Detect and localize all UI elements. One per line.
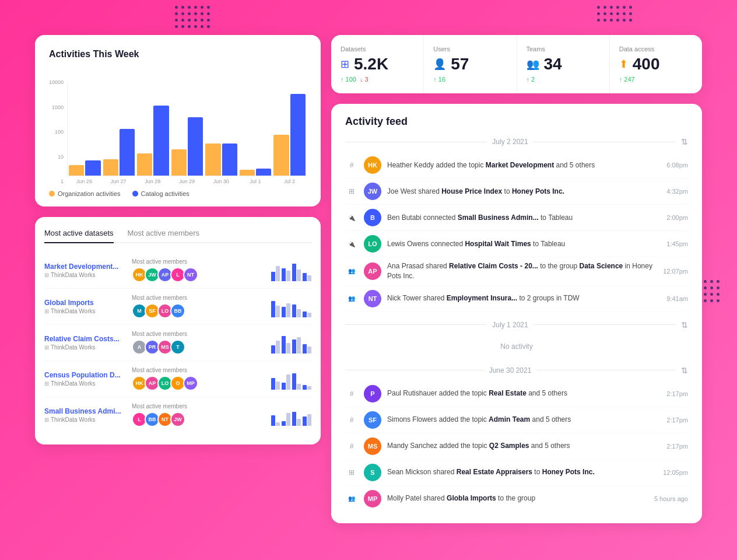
feed-item-0: # HK Heather Keddy added the topic Marke…	[345, 152, 688, 178]
org-icon-3: ⊞	[44, 380, 49, 387]
feed-text-7: Simons Flowers added the topic Admin Tea…	[387, 415, 656, 425]
feed-text-4: Ana Prasad shared Relative Claim Costs -…	[387, 261, 652, 281]
activity-feed-card: Activity feed July 2 2021 ⇅ # HK Heather…	[331, 104, 702, 523]
arrow-up-icon	[527, 76, 530, 83]
feed-text-8: Mandy Sanchez added the topic Q2 Samples…	[387, 441, 656, 451]
arrow-up-icon	[341, 76, 344, 83]
bar-blue-jun29	[188, 117, 203, 176]
main-layout: Activities This Week 10000 1000 100 10 1	[0, 0, 737, 547]
bar-orange-jun28	[137, 153, 152, 176]
dataset-info-3: Census Population D... ⊞ ThinkData Works	[44, 371, 126, 387]
feed-item-8: # MS Mandy Sanchez added the topic Q2 Sa…	[345, 433, 688, 460]
stat-value-teams: 34	[544, 56, 562, 72]
bar-group-jun28	[137, 106, 169, 176]
feed-icon-connect: 🔌	[345, 211, 358, 224]
stat-icon-row-users: 👤 57	[433, 56, 507, 72]
active-datasets-card: Most active datasets Most active members…	[35, 217, 321, 444]
member-avatars-4: L BB NT JW	[132, 412, 213, 427]
avatar-ben: B	[364, 209, 381, 226]
legend-dot-blue	[132, 191, 138, 197]
right-column: Datasets ⊞ 5.2K 100 3 Users 👤 57 16	[331, 35, 702, 523]
bar-blue-jul2	[290, 94, 306, 176]
bar-group-jun26	[69, 160, 101, 176]
chart-x-labels: Jun 26 Jun 27 Jun 28 Jun 29 Jun 30 Jul 1…	[67, 176, 307, 184]
avatar-ana: AP	[364, 262, 381, 280]
mini-chart-1	[219, 296, 311, 317]
bar-blue-jun30	[222, 144, 237, 176]
teams-icon: 👥	[527, 58, 539, 71]
date-expand-july1[interactable]: ⇅	[681, 320, 688, 330]
tab-most-active-members[interactable]: Most active members	[128, 229, 200, 243]
feed-text-9: Sean Mickson shared Real Estate Appraise…	[387, 467, 652, 477]
feed-item-2: 🔌 B Ben Butabi connected Small Business …	[345, 205, 688, 231]
stat-label-teams: Teams	[527, 46, 600, 52]
arrow-down-icon	[360, 76, 363, 83]
dataset-info-1: Global Imports ⊞ ThinkData Works	[44, 299, 126, 314]
dataset-row-3: Census Population D... ⊞ ThinkData Works…	[44, 361, 311, 397]
feed-icon-topic: #	[345, 159, 358, 172]
member-avatars-1: M SF LO BB	[132, 303, 213, 318]
date-separator-june30: June 30 2021 ⇅	[345, 366, 688, 375]
bar-blue-jun26	[85, 160, 100, 176]
dataset-org-4: ⊞ ThinkData Works	[44, 416, 126, 423]
member-avatars-3: HK AP LO O MP	[132, 376, 213, 391]
feed-time-7: 2:17pm	[666, 416, 688, 424]
members-section-4: Most active members L BB NT JW	[132, 403, 213, 427]
dataset-name-2[interactable]: Relative Claim Costs...	[44, 335, 126, 343]
dataset-row-0: Market Development... ⊞ ThinkData Works …	[44, 253, 311, 289]
bar-group-jun27	[103, 129, 135, 176]
feed-icon-group3: 👥	[345, 492, 358, 505]
tabs-row: Most active datasets Most active members	[44, 229, 311, 243]
feed-icon-topic3: #	[345, 414, 358, 426]
chart-area: Jun 26 Jun 27 Jun 28 Jun 29 Jun 30 Jul 1…	[67, 83, 307, 184]
dataset-org-1: ⊞ ThinkData Works	[44, 308, 126, 314]
dataset-name-0[interactable]: Market Development...	[44, 262, 126, 271]
arrow-up-icon	[433, 76, 437, 83]
chart-legend: Organization activities Catalog activiti…	[49, 190, 307, 197]
avatar-simons: SF	[364, 411, 381, 429]
activities-title: Activities This Week	[49, 49, 307, 60]
avatar-sean: S	[364, 464, 381, 481]
date-separator-july2: July 2 2021 ⇅	[345, 137, 688, 146]
feed-time-0: 6:08pm	[666, 162, 688, 169]
stat-teams: Teams 👥 34 2	[517, 35, 610, 93]
dataset-name-3[interactable]: Census Population D...	[44, 371, 126, 379]
avatar: T	[170, 340, 185, 355]
bar-orange-jul1	[240, 170, 255, 176]
feed-time-10: 5 hours ago	[654, 495, 688, 502]
stat-label-datasets: Datasets	[341, 46, 414, 52]
stat-icon-row-datasets: ⊞ 5.2K	[341, 56, 414, 72]
dataset-name-4[interactable]: Small Business Admi...	[44, 407, 126, 415]
member-avatars-0: HK JW AP L NT	[132, 267, 213, 282]
members-section-0: Most active members HK JW AP L NT	[132, 258, 213, 282]
stat-change-data-access: 247	[619, 76, 693, 83]
arrow-up-icon	[619, 76, 623, 83]
legend-blue: Catalog activities	[132, 190, 189, 197]
avatar-molly: MP	[364, 490, 381, 508]
avatar: BB	[170, 303, 185, 318]
dataset-row-1: Global Imports ⊞ ThinkData Works Most ac…	[44, 289, 311, 325]
stat-icon-row-data-access: ⬆ 400	[619, 56, 693, 72]
dataset-row-4: Small Business Admi... ⊞ ThinkData Works…	[44, 397, 311, 433]
mini-chart-3	[219, 369, 311, 390]
feed-item-6: # P Paul Rutishauer added the topic Real…	[345, 381, 688, 407]
feed-text-0: Heather Keddy added the topic Market Dev…	[387, 160, 656, 170]
stat-datasets: Datasets ⊞ 5.2K 100 3	[331, 35, 424, 93]
feed-icon-topic2: #	[345, 387, 358, 400]
dataset-name-1[interactable]: Global Imports	[44, 299, 126, 307]
feed-text-10: Molly Patel shared Globla Imports to the…	[387, 494, 644, 503]
feed-time-8: 2:17pm	[666, 443, 688, 450]
bar-group-jul2	[273, 94, 306, 176]
legend-orange: Organization activities	[49, 190, 121, 197]
stat-data-access: Data access ⬆ 400 247	[610, 35, 702, 93]
date-expand-july2[interactable]: ⇅	[681, 137, 688, 146]
date-expand-june30[interactable]: ⇅	[681, 366, 688, 375]
no-activity-july1: No activity	[345, 335, 688, 358]
avatar-joe: JW	[364, 183, 381, 200]
feed-icon-group2: 👥	[345, 292, 358, 305]
mini-chart-2	[219, 332, 311, 354]
feed-text-3: Lewis Owens connected Hospital Wait Time…	[387, 239, 656, 249]
dataset-org-0: ⊞ ThinkData Works	[44, 272, 126, 278]
tab-most-active-datasets[interactable]: Most active datasets	[44, 229, 114, 243]
feed-text-2: Ben Butabi connected Small Business Admi…	[387, 213, 656, 223]
